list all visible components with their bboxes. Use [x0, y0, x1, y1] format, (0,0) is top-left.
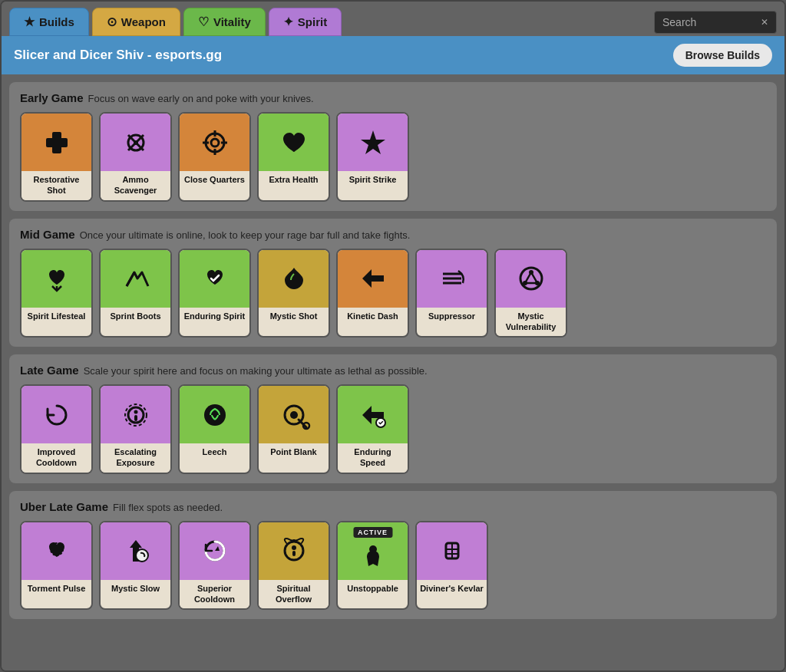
- tab-weapon[interactable]: ⊙ Weapon: [92, 8, 180, 36]
- item-icon-kinetic-dash: [338, 250, 408, 308]
- section-early-game: Early GameFocus on wave early on and pok…: [9, 82, 777, 211]
- item-label-mystic-vulnerability: Mystic Vulnerability: [496, 308, 566, 337]
- item-enduring-spirit[interactable]: Enduring Spirit: [178, 249, 251, 338]
- spirit-icon: ✦: [283, 15, 293, 29]
- item-mystic-slow[interactable]: Mystic Slow: [99, 521, 172, 611]
- mid-game-grid: Spirit Lifesteal Sprint Boots: [20, 249, 766, 338]
- item-label-kinetic-dash: Kinetic Dash: [338, 308, 408, 325]
- early-game-grid: Restorative Shot Ammo Scavenger: [20, 112, 766, 202]
- section-mid-game: Mid GameOnce your ultimate is online, lo…: [9, 219, 777, 348]
- item-label-restorative-shot: Restorative Shot: [21, 171, 91, 200]
- item-icon-escalating-exposure: [101, 386, 170, 443]
- item-label-ammo-scavenger: Ammo Scavenger: [101, 171, 170, 200]
- item-icon-spiritual-overflow: [259, 522, 329, 580]
- item-label-mystic-shot: Mystic Shot: [259, 308, 329, 325]
- item-icon-unstoppable: ACTIVE: [338, 522, 408, 580]
- item-icon-restorative-shot: [21, 114, 91, 171]
- item-icon-extra-health: [259, 114, 329, 171]
- item-spiritual-overflow[interactable]: Spiritual Overflow: [257, 521, 330, 611]
- item-label-suppressor: Suppressor: [417, 308, 487, 325]
- item-restorative-shot[interactable]: Restorative Shot: [20, 112, 93, 202]
- tab-vitality-label: Vitality: [213, 15, 251, 28]
- svg-point-29: [136, 549, 148, 562]
- item-icon-mystic-vulnerability: [496, 250, 566, 308]
- item-icon-spirit-strike: [338, 114, 408, 171]
- app-window: ★ Builds ⊙ Weapon ♡ Vitality ✦ Spirit Se…: [0, 0, 786, 672]
- item-label-spirit-lifesteal: Spirit Lifesteal: [21, 308, 91, 325]
- late-game-grid: Improved Cooldown Escalating Exposure: [20, 384, 766, 474]
- item-icon-mystic-slow: [101, 522, 170, 580]
- section-late-game: Late GameScale your spirit here and focu…: [9, 354, 777, 483]
- item-enduring-speed[interactable]: Enduring Speed: [336, 384, 409, 474]
- item-extra-health[interactable]: Extra Health: [257, 112, 330, 202]
- item-icon-close-quarters: [180, 114, 249, 171]
- section-uber-late-game-title: Uber Late GameFill flex spots as needed.: [20, 500, 766, 513]
- item-diviners-kevlar[interactable]: Diviner's Kevlar: [415, 521, 488, 611]
- item-label-sprint-boots: Sprint Boots: [101, 308, 170, 325]
- item-escalating-exposure[interactable]: Escalating Exposure: [99, 384, 172, 474]
- item-icon-leech: [180, 386, 249, 443]
- item-icon-improved-cooldown: [21, 386, 91, 443]
- browse-builds-button[interactable]: Browse Builds: [673, 44, 772, 67]
- tab-vitality[interactable]: ♡ Vitality: [183, 8, 266, 36]
- item-icon-point-blank: [259, 386, 329, 443]
- item-label-improved-cooldown: Improved Cooldown: [21, 443, 91, 473]
- tab-bar: ★ Builds ⊙ Weapon ♡ Vitality ✦ Spirit Se…: [2, 2, 784, 36]
- item-label-point-blank: Point Blank: [259, 443, 329, 461]
- item-mystic-vulnerability[interactable]: Mystic Vulnerability: [494, 249, 567, 338]
- vitality-icon: ♡: [198, 15, 209, 29]
- content-area: Slicer and Dicer Shiv - esports.gg Brows…: [2, 36, 784, 670]
- item-kinetic-dash[interactable]: Kinetic Dash: [336, 249, 409, 338]
- tab-weapon-label: Weapon: [121, 15, 166, 28]
- search-box[interactable]: Search ✕: [654, 11, 777, 34]
- svg-point-7: [211, 139, 219, 147]
- item-spirit-lifesteal[interactable]: Spirit Lifesteal: [20, 249, 93, 338]
- item-icon-enduring-spirit: [180, 250, 249, 308]
- item-label-spiritual-overflow: Spiritual Overflow: [259, 580, 329, 609]
- weapon-icon: ⊙: [107, 15, 117, 29]
- item-superior-cooldown[interactable]: Superior Cooldown: [178, 521, 251, 611]
- tab-spirit[interactable]: ✦ Spirit: [269, 8, 342, 36]
- section-mid-game-title: Mid GameOnce your ultimate is online, lo…: [20, 228, 766, 241]
- item-icon-superior-cooldown: [180, 522, 249, 580]
- section-late-game-title: Late GameScale your spirit here and focu…: [20, 364, 766, 377]
- item-torment-pulse[interactable]: Torment Pulse: [20, 521, 93, 611]
- item-mystic-shot[interactable]: Mystic Shot: [257, 249, 330, 338]
- item-label-extra-health: Extra Health: [259, 171, 329, 189]
- item-label-spirit-strike: Spirit Strike: [338, 171, 408, 189]
- svg-point-5: [134, 140, 138, 145]
- item-ammo-scavenger[interactable]: Ammo Scavenger: [99, 112, 172, 202]
- item-label-enduring-spirit: Enduring Spirit: [180, 308, 249, 325]
- svg-point-21: [134, 410, 137, 413]
- item-improved-cooldown[interactable]: Improved Cooldown: [20, 384, 93, 474]
- tab-builds[interactable]: ★ Builds: [9, 8, 89, 36]
- build-header: Slicer and Dicer Shiv - esports.gg Brows…: [2, 36, 784, 74]
- uber-late-game-grid: Torment Pulse Mystic Slow: [20, 521, 766, 611]
- builds-icon: ★: [24, 15, 35, 29]
- item-unstoppable[interactable]: ACTIVE Unstoppable: [336, 521, 409, 611]
- svg-rect-1: [46, 138, 68, 147]
- item-label-superior-cooldown: Superior Cooldown: [180, 580, 249, 609]
- item-spirit-strike[interactable]: Spirit Strike: [336, 112, 409, 202]
- item-close-quarters[interactable]: Close Quarters: [178, 112, 251, 202]
- item-icon-ammo-scavenger: [101, 114, 170, 171]
- item-label-close-quarters: Close Quarters: [180, 171, 249, 189]
- section-early-game-title: Early GameFocus on wave early on and pok…: [20, 91, 766, 104]
- item-label-mystic-slow: Mystic Slow: [101, 580, 170, 598]
- item-icon-spirit-lifesteal: [21, 250, 91, 308]
- section-uber-late-game: Uber Late GameFill flex spots as needed.…: [9, 491, 777, 620]
- svg-rect-33: [292, 551, 296, 556]
- svg-rect-22: [134, 415, 137, 421]
- item-sprint-boots[interactable]: Sprint Boots: [99, 249, 172, 338]
- item-label-unstoppable: Unstoppable: [338, 580, 408, 598]
- svg-point-25: [290, 411, 298, 419]
- item-leech[interactable]: Leech: [178, 384, 251, 474]
- item-suppressor[interactable]: Suppressor: [415, 249, 488, 338]
- item-point-blank[interactable]: Point Blank: [257, 384, 330, 474]
- svg-point-32: [292, 545, 296, 550]
- tab-spirit-label: Spirit: [298, 15, 327, 28]
- item-label-escalating-exposure: Escalating Exposure: [101, 443, 170, 473]
- item-icon-suppressor: [417, 250, 487, 308]
- search-close-icon[interactable]: ✕: [761, 17, 768, 28]
- item-icon-enduring-speed: [338, 386, 408, 443]
